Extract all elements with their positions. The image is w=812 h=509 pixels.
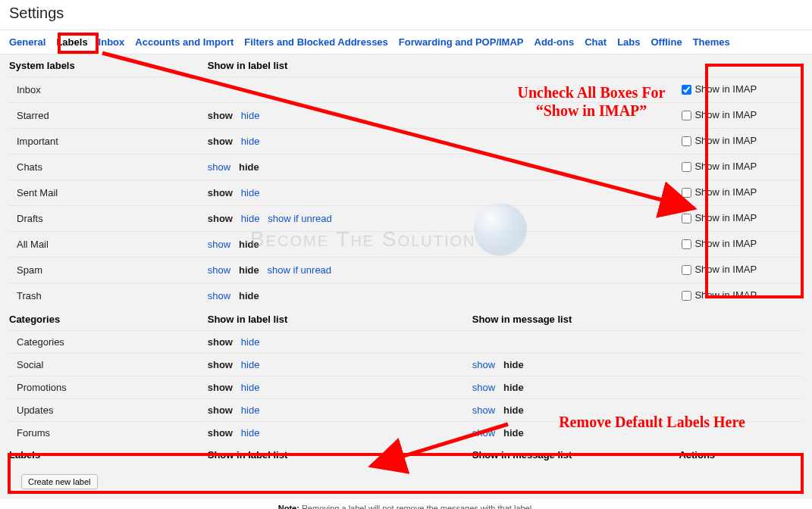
hide-link[interactable]: hide [503,404,524,416]
show-in-imap-label: Show in IMAP [694,135,757,146]
section-header-labels: Labels Show in label list Show in messag… [9,444,803,466]
label-name: Spam [9,258,208,283]
show-if-unread-link[interactable]: show if unread [268,213,332,224]
category-name: Forums [9,422,208,445]
show-link[interactable]: show [208,264,230,276]
show-link[interactable]: show [472,359,495,370]
category-row: Socialshow hideshow hide [9,354,803,376]
hide-link[interactable]: hide [241,187,260,198]
header-labels: Labels [9,444,208,466]
tab-add-ons[interactable]: Add-ons [535,36,575,48]
section-header-categories: Categories Show in label list Show in me… [9,308,803,331]
hide-link[interactable]: hide [239,264,259,276]
tab-chat[interactable]: Chat [585,36,607,48]
hide-link[interactable]: hide [241,213,260,224]
category-name: Updates [9,399,208,422]
show-in-label-list-cell: show hide show if unread [208,258,472,283]
header-system-labels: System labels [9,55,208,77]
hide-link[interactable]: hide [241,136,260,147]
tab-accounts-and-import[interactable]: Accounts and Import [135,36,234,48]
show-link[interactable]: show [208,136,233,147]
show-link[interactable]: show [208,427,233,439]
show-link[interactable]: show [472,404,495,416]
show-link[interactable]: show [208,110,233,121]
show-in-label-list-cell: show hide [208,354,472,376]
system-label-row: Importantshow hideShow in IMAP [9,129,803,155]
hide-link[interactable]: hide [241,427,260,439]
label-name: Inbox [9,77,208,103]
show-in-imap-cell: Show in IMAP [679,103,803,129]
system-label-row: Draftsshow hide show if unreadShow in IM… [9,206,803,232]
show-in-imap-cell: Show in IMAP [679,283,803,309]
show-in-imap-label: Show in IMAP [694,186,757,198]
show-link[interactable]: show [208,239,230,250]
show-in-imap-checkbox[interactable] [682,162,691,172]
hide-link[interactable]: hide [241,336,260,348]
show-link[interactable]: show [208,161,230,173]
show-link[interactable]: show [208,404,233,416]
note-bold: Note: [278,504,299,509]
system-label-row: All Mailshow hideShow in IMAP [9,232,803,258]
tab-labs[interactable]: Labs [617,36,640,48]
show-link[interactable]: show [208,359,233,370]
show-link[interactable]: show [472,427,495,439]
show-link[interactable]: show [472,382,495,393]
show-in-imap-checkbox[interactable] [682,265,691,275]
show-link[interactable]: show [208,290,230,301]
show-in-imap-cell: Show in IMAP [679,232,803,258]
show-in-imap-cell: Show in IMAP [679,129,803,155]
show-in-label-list-cell: show hide show if unread [208,206,472,232]
tab-inbox[interactable]: Inbox [99,36,125,48]
show-in-imap-checkbox[interactable] [682,136,691,146]
header-show-in-message-list: Show in message list [472,308,679,331]
show-link[interactable]: show [208,382,233,393]
show-in-label-list-cell: show hide [208,283,472,309]
hide-link[interactable]: hide [241,359,260,370]
tab-filters-and-blocked-addresses[interactable]: Filters and Blocked Addresses [244,36,388,48]
show-in-imap-checkbox[interactable] [682,239,691,249]
show-link[interactable]: show [208,336,233,348]
show-link[interactable]: show [208,213,233,224]
show-in-label-list-cell: show hide [208,399,472,422]
hide-link[interactable]: hide [241,382,260,393]
show-in-label-list-cell: show hide [208,129,472,155]
show-in-imap-checkbox[interactable] [682,214,691,223]
tab-offline[interactable]: Offline [651,36,682,48]
system-label-row: Starredshow hideShow in IMAP [9,103,803,129]
hide-link[interactable]: hide [239,290,259,301]
show-if-unread-link[interactable]: show if unread [268,264,332,276]
show-in-imap-checkbox[interactable] [682,291,691,301]
hide-link[interactable]: hide [503,427,524,439]
show-in-message-list-cell: show hide [472,376,679,399]
hide-link[interactable]: hide [239,239,259,250]
category-row: Updatesshow hideshow hide [9,399,803,422]
system-label-row: Trashshow hideShow in IMAP [9,283,803,309]
hide-link[interactable]: hide [503,359,524,370]
show-in-imap-label: Show in IMAP [694,264,757,275]
hide-link[interactable]: hide [241,404,260,416]
show-in-label-list-cell: show hide [208,376,472,399]
hide-link[interactable]: hide [239,161,259,173]
header-categories: Categories [9,308,208,331]
tab-general[interactable]: General [9,36,45,48]
show-in-imap-checkbox[interactable] [682,85,691,95]
show-in-imap-checkbox[interactable] [682,111,691,120]
system-label-row: InboxShow in IMAP [9,77,803,103]
tab-labels[interactable]: Labels [56,36,87,48]
tab-themes[interactable]: Themes [693,36,730,48]
page-title: Settings [0,0,812,30]
show-in-label-list-cell: show hide [208,331,472,354]
show-in-imap-checkbox[interactable] [682,188,691,198]
show-in-label-list-cell: show hide [208,103,472,129]
hide-link[interactable]: hide [503,382,524,393]
header-show-in-label-list-2: Show in label list [208,308,472,331]
show-in-imap-cell: Show in IMAP [679,206,803,232]
label-name: Drafts [9,206,208,232]
category-row: Promotionsshow hideshow hide [9,376,803,399]
show-link[interactable]: show [208,187,233,198]
label-name: All Mail [9,232,208,258]
tab-forwarding-and-pop-imap[interactable]: Forwarding and POP/IMAP [399,36,524,48]
create-new-label-button[interactable]: Create new label [21,474,98,489]
hide-link[interactable]: hide [241,110,260,121]
show-in-label-list-cell: show hide [208,155,472,180]
